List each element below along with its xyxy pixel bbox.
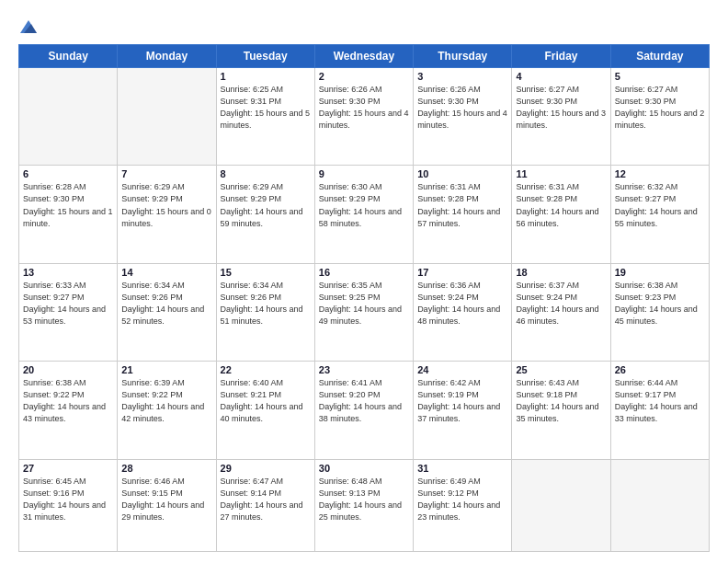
day-number: 10 [417, 168, 507, 179]
calendar-cell: 29Sunrise: 6:47 AM Sunset: 9:14 PM Dayli… [216, 459, 314, 551]
day-info: Sunrise: 6:49 AM Sunset: 9:12 PM Dayligh… [417, 476, 507, 523]
calendar-cell: 2Sunrise: 6:26 AM Sunset: 9:30 PM Daylig… [314, 68, 413, 166]
day-info: Sunrise: 6:48 AM Sunset: 9:13 PM Dayligh… [319, 476, 409, 523]
calendar-cell: 27Sunrise: 6:45 AM Sunset: 9:16 PM Dayli… [19, 459, 118, 551]
day-info: Sunrise: 6:26 AM Sunset: 9:30 PM Dayligh… [417, 84, 507, 132]
calendar-cell [118, 68, 216, 166]
day-number: 23 [319, 364, 409, 375]
day-number: 11 [516, 168, 606, 179]
day-number: 16 [319, 267, 409, 278]
day-number: 28 [121, 463, 211, 474]
col-header-saturday: Saturday [610, 45, 709, 68]
day-number: 12 [615, 168, 705, 179]
calendar-cell [512, 459, 610, 551]
day-number: 27 [23, 463, 113, 474]
day-info: Sunrise: 6:44 AM Sunset: 9:17 PM Dayligh… [615, 377, 705, 425]
day-number: 6 [23, 168, 113, 179]
day-info: Sunrise: 6:28 AM Sunset: 9:30 PM Dayligh… [23, 181, 113, 229]
day-number: 13 [23, 267, 113, 278]
calendar-cell: 6Sunrise: 6:28 AM Sunset: 9:30 PM Daylig… [19, 166, 118, 263]
col-header-friday: Friday [512, 45, 610, 68]
day-info: Sunrise: 6:41 AM Sunset: 9:20 PM Dayligh… [319, 377, 409, 425]
day-number: 1 [221, 71, 311, 82]
calendar-week-row: 13Sunrise: 6:33 AM Sunset: 9:27 PM Dayli… [19, 263, 710, 361]
day-info: Sunrise: 6:31 AM Sunset: 9:28 PM Dayligh… [417, 181, 507, 229]
day-info: Sunrise: 6:33 AM Sunset: 9:27 PM Dayligh… [23, 280, 113, 327]
calendar-cell: 20Sunrise: 6:38 AM Sunset: 9:22 PM Dayli… [19, 362, 118, 459]
day-number: 21 [121, 364, 211, 375]
day-number: 8 [221, 168, 311, 179]
calendar-cell: 26Sunrise: 6:44 AM Sunset: 9:17 PM Dayli… [610, 362, 709, 459]
calendar-cell: 5Sunrise: 6:27 AM Sunset: 9:30 PM Daylig… [610, 68, 709, 166]
day-info: Sunrise: 6:27 AM Sunset: 9:30 PM Dayligh… [615, 84, 705, 132]
day-number: 18 [516, 267, 606, 278]
calendar-cell [19, 68, 118, 166]
calendar-cell: 25Sunrise: 6:43 AM Sunset: 9:18 PM Dayli… [512, 362, 610, 459]
calendar-cell: 8Sunrise: 6:29 AM Sunset: 9:29 PM Daylig… [216, 166, 314, 263]
day-number: 5 [615, 71, 705, 82]
day-info: Sunrise: 6:37 AM Sunset: 9:24 PM Dayligh… [516, 280, 606, 327]
calendar-cell: 4Sunrise: 6:27 AM Sunset: 9:30 PM Daylig… [512, 68, 610, 166]
calendar-cell: 14Sunrise: 6:34 AM Sunset: 9:26 PM Dayli… [118, 263, 216, 361]
day-info: Sunrise: 6:27 AM Sunset: 9:30 PM Dayligh… [516, 84, 606, 132]
calendar-week-row: 20Sunrise: 6:38 AM Sunset: 9:22 PM Dayli… [19, 362, 710, 459]
day-number: 15 [221, 267, 311, 278]
day-info: Sunrise: 6:34 AM Sunset: 9:26 PM Dayligh… [121, 280, 211, 327]
logo [18, 17, 41, 37]
day-number: 3 [417, 71, 507, 82]
header [18, 17, 710, 37]
calendar-table: SundayMondayTuesdayWednesdayThursdayFrid… [18, 44, 710, 552]
day-info: Sunrise: 6:45 AM Sunset: 9:16 PM Dayligh… [23, 476, 113, 523]
calendar-cell: 28Sunrise: 6:46 AM Sunset: 9:15 PM Dayli… [118, 459, 216, 551]
day-info: Sunrise: 6:38 AM Sunset: 9:23 PM Dayligh… [615, 280, 705, 327]
day-info: Sunrise: 6:26 AM Sunset: 9:30 PM Dayligh… [319, 84, 409, 132]
calendar-week-row: 1Sunrise: 6:25 AM Sunset: 9:31 PM Daylig… [19, 68, 710, 166]
logo-icon [18, 17, 39, 37]
day-number: 14 [121, 267, 211, 278]
calendar-cell: 3Sunrise: 6:26 AM Sunset: 9:30 PM Daylig… [414, 68, 512, 166]
calendar-week-row: 27Sunrise: 6:45 AM Sunset: 9:16 PM Dayli… [19, 459, 710, 551]
day-info: Sunrise: 6:43 AM Sunset: 9:18 PM Dayligh… [516, 377, 606, 425]
day-number: 19 [615, 267, 705, 278]
day-number: 7 [121, 168, 211, 179]
calendar-cell: 16Sunrise: 6:35 AM Sunset: 9:25 PM Dayli… [314, 263, 413, 361]
day-info: Sunrise: 6:32 AM Sunset: 9:27 PM Dayligh… [615, 181, 705, 229]
day-info: Sunrise: 6:35 AM Sunset: 9:25 PM Dayligh… [319, 280, 409, 327]
calendar-cell: 12Sunrise: 6:32 AM Sunset: 9:27 PM Dayli… [610, 166, 709, 263]
day-number: 4 [516, 71, 606, 82]
day-number: 30 [319, 463, 409, 474]
day-info: Sunrise: 6:36 AM Sunset: 9:24 PM Dayligh… [417, 280, 507, 327]
calendar-cell: 15Sunrise: 6:34 AM Sunset: 9:26 PM Dayli… [216, 263, 314, 361]
day-info: Sunrise: 6:29 AM Sunset: 9:29 PM Dayligh… [221, 181, 311, 229]
calendar-cell [610, 459, 709, 551]
calendar-cell: 23Sunrise: 6:41 AM Sunset: 9:20 PM Dayli… [314, 362, 413, 459]
day-number: 22 [221, 364, 311, 375]
day-number: 25 [516, 364, 606, 375]
day-info: Sunrise: 6:40 AM Sunset: 9:21 PM Dayligh… [221, 377, 311, 425]
calendar-cell: 11Sunrise: 6:31 AM Sunset: 9:28 PM Dayli… [512, 166, 610, 263]
calendar-cell: 10Sunrise: 6:31 AM Sunset: 9:28 PM Dayli… [414, 166, 512, 263]
day-number: 9 [319, 168, 409, 179]
col-header-wednesday: Wednesday [314, 45, 413, 68]
day-info: Sunrise: 6:42 AM Sunset: 9:19 PM Dayligh… [417, 377, 507, 425]
day-number: 31 [417, 463, 507, 474]
calendar-cell: 21Sunrise: 6:39 AM Sunset: 9:22 PM Dayli… [118, 362, 216, 459]
calendar-cell: 17Sunrise: 6:36 AM Sunset: 9:24 PM Dayli… [414, 263, 512, 361]
day-info: Sunrise: 6:29 AM Sunset: 9:29 PM Dayligh… [121, 181, 211, 229]
day-number: 29 [221, 463, 311, 474]
col-header-thursday: Thursday [414, 45, 512, 68]
calendar-cell: 22Sunrise: 6:40 AM Sunset: 9:21 PM Dayli… [216, 362, 314, 459]
day-number: 20 [23, 364, 113, 375]
day-info: Sunrise: 6:34 AM Sunset: 9:26 PM Dayligh… [221, 280, 311, 327]
day-info: Sunrise: 6:47 AM Sunset: 9:14 PM Dayligh… [221, 476, 311, 523]
calendar-cell: 13Sunrise: 6:33 AM Sunset: 9:27 PM Dayli… [19, 263, 118, 361]
day-info: Sunrise: 6:46 AM Sunset: 9:15 PM Dayligh… [121, 476, 211, 523]
calendar-cell: 9Sunrise: 6:30 AM Sunset: 9:29 PM Daylig… [314, 166, 413, 263]
col-header-sunday: Sunday [19, 45, 118, 68]
calendar-week-row: 6Sunrise: 6:28 AM Sunset: 9:30 PM Daylig… [19, 166, 710, 263]
day-info: Sunrise: 6:39 AM Sunset: 9:22 PM Dayligh… [121, 377, 211, 425]
day-info: Sunrise: 6:31 AM Sunset: 9:28 PM Dayligh… [516, 181, 606, 229]
page: SundayMondayTuesdayWednesdayThursdayFrid… [0, 0, 728, 563]
day-number: 17 [417, 267, 507, 278]
calendar-cell: 1Sunrise: 6:25 AM Sunset: 9:31 PM Daylig… [216, 68, 314, 166]
